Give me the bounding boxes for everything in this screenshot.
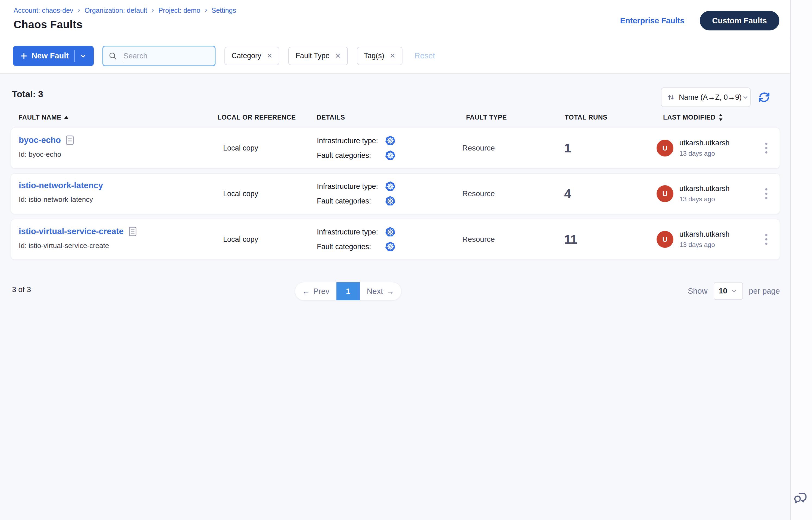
fault-name-link[interactable]: istio-virtual-service-create <box>19 226 137 237</box>
infrastructure-type-label: Infrastructure type: <box>317 137 385 145</box>
sort-dropdown[interactable]: Name (A→Z, 0→9) <box>661 87 751 107</box>
fault-name-text: byoc-echo <box>19 135 61 145</box>
fault-categories-label: Fault categories: <box>317 197 385 205</box>
kubernetes-icon[interactable] <box>385 181 396 192</box>
avatar: U <box>657 140 674 156</box>
page-size-control: Show 10 per page <box>688 282 780 300</box>
fault-id: Id: istio-network-latency <box>19 196 103 204</box>
local-or-reference-cell: Local copy <box>223 174 258 214</box>
chat-help-icon[interactable] <box>793 491 808 505</box>
infrastructure-type-label: Infrastructure type: <box>317 228 385 236</box>
table-row-istio-network-latency[interactable]: istio-network-latency Id: istio-network-… <box>11 173 780 214</box>
fault-name-link[interactable]: istio-network-latency <box>19 181 103 190</box>
search-input[interactable] <box>123 52 205 60</box>
fault-id: Id: byoc-echo <box>19 150 74 159</box>
details-cell: Infrastructure type: Fault categories: <box>317 219 396 259</box>
description-doc-icon[interactable] <box>66 135 74 145</box>
kubernetes-icon[interactable] <box>385 150 396 161</box>
column-header-last-modified[interactable]: LAST MODIFIED <box>663 113 723 121</box>
fault-name-cell: istio-network-latency Id: istio-network-… <box>19 181 103 204</box>
filter-chip-label: Tag(s) <box>364 52 384 60</box>
sort-asc-icon <box>64 116 69 119</box>
column-header-total-runs: TOTAL RUNS <box>565 113 607 121</box>
table-header-row: FAULT NAME LOCAL OR REFERENCE DETAILS FA… <box>11 113 780 126</box>
fault-type-cell: Resource <box>462 128 495 168</box>
description-doc-icon[interactable] <box>129 226 137 237</box>
chevron-down-icon <box>731 287 738 294</box>
column-header-local-or-reference: LOCAL OR REFERENCE <box>218 113 296 121</box>
kubernetes-icon[interactable] <box>385 135 396 146</box>
sort-updown-icon <box>718 114 723 121</box>
details-cell: Infrastructure type: Fault categories: <box>317 174 396 214</box>
breadcrumb-organization[interactable]: Organization: default <box>84 6 147 15</box>
details-cell: Infrastructure type: Fault categories: <box>317 128 396 168</box>
fault-categories-label: Fault categories: <box>317 243 385 251</box>
main-column: Account: chaos-dev › Organization: defau… <box>0 0 790 520</box>
modified-time: 13 days ago <box>679 241 730 249</box>
next-page-button[interactable]: Next → <box>360 282 401 300</box>
right-gutter <box>790 0 812 520</box>
show-label: Show <box>688 287 708 295</box>
table-row-istio-virtual-service-create[interactable]: istio-virtual-service-create Id: istio-v… <box>11 219 780 260</box>
breadcrumb-account[interactable]: Account: chaos-dev <box>14 6 73 15</box>
fault-type-cell: Resource <box>462 174 495 214</box>
chevron-down-icon <box>742 94 749 101</box>
header-actions: Enterprise Faults Custom Faults <box>620 11 779 30</box>
page-size-select[interactable]: 10 <box>714 282 743 300</box>
breadcrumb-project[interactable]: Project: demo <box>158 6 200 15</box>
fault-name-link[interactable]: byoc-echo <box>19 135 74 145</box>
last-modified-cell: U utkarsh.utkarsh 13 days ago <box>657 128 730 168</box>
sort-selected-value: Name (A→Z, 0→9) <box>679 93 742 102</box>
column-label: DETAILS <box>316 113 345 121</box>
close-icon[interactable]: ✕ <box>335 52 341 60</box>
fault-id: Id: istio-virtual-service-create <box>19 241 137 250</box>
kubernetes-icon[interactable] <box>385 196 396 206</box>
row-menu-kebab-icon[interactable] <box>760 174 773 214</box>
new-fault-dropdown-toggle[interactable] <box>75 52 92 60</box>
kubernetes-icon[interactable] <box>385 241 396 252</box>
close-icon[interactable]: ✕ <box>390 52 396 60</box>
text-caret <box>122 51 122 61</box>
fault-rows: byoc-echo Id: byoc-echo Local copy Infra… <box>11 128 780 265</box>
modified-by-user: utkarsh.utkarsh <box>679 139 730 147</box>
refresh-icon[interactable] <box>758 91 771 104</box>
breadcrumb-separator-icon: › <box>78 6 80 15</box>
last-modified-cell: U utkarsh.utkarsh 13 days ago <box>657 219 730 259</box>
row-menu-kebab-icon[interactable] <box>760 219 773 259</box>
search-icon <box>108 51 118 60</box>
filter-chip-category[interactable]: Category ✕ <box>225 47 280 65</box>
breadcrumb-separator-icon: › <box>152 6 154 15</box>
column-label: TOTAL RUNS <box>565 113 607 121</box>
filter-chip-label: Category <box>231 52 261 60</box>
filter-chip-fault-type[interactable]: Fault Type ✕ <box>288 47 348 65</box>
current-page-button[interactable]: 1 <box>336 282 360 300</box>
prev-page-button[interactable]: ← Prev <box>295 282 336 300</box>
table-row-byoc-echo[interactable]: byoc-echo Id: byoc-echo Local copy Infra… <box>11 128 780 168</box>
modified-by-user: utkarsh.utkarsh <box>679 184 730 193</box>
total-count: Total: 3 <box>12 89 43 99</box>
chaos-faults-page: Account: chaos-dev › Organization: defau… <box>0 0 812 520</box>
column-label: LOCAL OR REFERENCE <box>218 113 296 121</box>
next-label: Next <box>367 287 383 296</box>
new-fault-button[interactable]: New Fault <box>13 46 94 66</box>
close-icon[interactable]: ✕ <box>267 52 273 60</box>
search-box[interactable] <box>102 46 215 66</box>
row-menu-kebab-icon[interactable] <box>760 128 773 168</box>
fault-name-text: istio-network-latency <box>19 181 103 190</box>
enterprise-faults-link[interactable]: Enterprise Faults <box>620 16 685 25</box>
reset-filters-button[interactable]: Reset <box>414 51 435 60</box>
filter-chip-tags[interactable]: Tag(s) ✕ <box>357 47 403 65</box>
modified-time: 13 days ago <box>679 196 730 203</box>
total-runs-cell: 1 <box>564 128 571 168</box>
custom-faults-button[interactable]: Custom Faults <box>700 11 779 30</box>
new-fault-label: New Fault <box>31 51 69 60</box>
breadcrumb-settings[interactable]: Settings <box>212 6 236 15</box>
pagination: ← Prev 1 Next → <box>295 282 401 301</box>
infrastructure-type-label: Infrastructure type: <box>317 182 385 191</box>
faults-list-area: Total: 3 Name (A→Z, 0→9) <box>0 74 790 520</box>
column-header-fault-name[interactable]: FAULT NAME <box>19 113 69 121</box>
page-size-value: 10 <box>719 287 727 295</box>
kubernetes-icon[interactable] <box>385 227 396 237</box>
avatar: U <box>657 185 674 202</box>
pagination-summary: 3 of 3 <box>12 285 31 294</box>
